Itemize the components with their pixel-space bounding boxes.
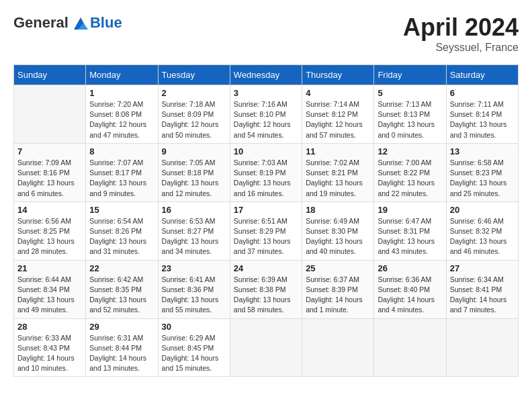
calendar-cell: 30Sunrise: 6:29 AMSunset: 8:45 PMDayligh… [158, 318, 230, 377]
column-header-friday: Friday [374, 65, 446, 85]
day-number: 4 [306, 88, 370, 98]
day-number: 7 [17, 146, 82, 156]
calendar-week-3: 14Sunrise: 6:56 AMSunset: 8:25 PMDayligh… [14, 201, 519, 260]
day-number: 17 [234, 205, 298, 215]
title-block: April 2024 Seyssuel, France [403, 13, 519, 54]
calendar-cell: 20Sunrise: 6:46 AMSunset: 8:32 PMDayligh… [446, 201, 518, 260]
calendar-cell: 17Sunrise: 6:51 AMSunset: 8:29 PMDayligh… [230, 201, 302, 260]
calendar-cell: 23Sunrise: 6:41 AMSunset: 8:36 PMDayligh… [158, 260, 230, 318]
day-number: 25 [306, 263, 370, 273]
day-number: 11 [306, 146, 370, 156]
calendar-cell: 3Sunrise: 7:16 AMSunset: 8:10 PMDaylight… [230, 85, 302, 144]
day-number: 27 [450, 263, 515, 273]
day-info: Sunrise: 6:34 AMSunset: 8:41 PMDaylight:… [450, 275, 515, 316]
day-number: 1 [89, 88, 154, 98]
day-number: 21 [17, 263, 82, 273]
calendar-cell [302, 318, 374, 377]
day-info: Sunrise: 7:14 AMSunset: 8:12 PMDaylight:… [306, 99, 370, 140]
day-number: 2 [162, 88, 226, 98]
column-header-tuesday: Tuesday [158, 65, 230, 85]
day-number: 23 [162, 263, 226, 273]
day-number: 30 [162, 322, 226, 332]
calendar-cell: 25Sunrise: 6:37 AMSunset: 8:39 PMDayligh… [302, 260, 374, 318]
column-header-wednesday: Wednesday [230, 65, 302, 85]
day-info: Sunrise: 7:00 AMSunset: 8:22 PMDaylight:… [378, 158, 442, 199]
calendar-cell: 26Sunrise: 6:36 AMSunset: 8:40 PMDayligh… [374, 260, 446, 318]
day-info: Sunrise: 7:18 AMSunset: 8:09 PMDaylight:… [162, 99, 226, 140]
calendar-cell: 9Sunrise: 7:05 AMSunset: 8:18 PMDaylight… [158, 143, 230, 201]
day-info: Sunrise: 6:47 AMSunset: 8:31 PMDaylight:… [378, 216, 442, 257]
column-header-saturday: Saturday [446, 65, 518, 85]
day-number: 12 [378, 146, 442, 156]
day-info: Sunrise: 6:58 AMSunset: 8:23 PMDaylight:… [450, 158, 515, 199]
calendar-week-5: 28Sunrise: 6:33 AMSunset: 8:43 PMDayligh… [14, 318, 519, 377]
day-info: Sunrise: 6:56 AMSunset: 8:25 PMDaylight:… [17, 216, 82, 257]
day-info: Sunrise: 6:54 AMSunset: 8:26 PMDaylight:… [89, 216, 154, 257]
day-info: Sunrise: 6:31 AMSunset: 8:44 PMDaylight:… [89, 333, 154, 374]
logo-icon [71, 13, 90, 32]
calendar-cell: 29Sunrise: 6:31 AMSunset: 8:44 PMDayligh… [86, 318, 158, 377]
calendar-cell: 7Sunrise: 7:09 AMSunset: 8:16 PMDaylight… [14, 143, 86, 201]
calendar-cell: 11Sunrise: 7:02 AMSunset: 8:21 PMDayligh… [302, 143, 374, 201]
calendar-cell: 8Sunrise: 7:07 AMSunset: 8:17 PMDaylight… [86, 143, 158, 201]
day-info: Sunrise: 7:20 AMSunset: 8:08 PMDaylight:… [89, 99, 154, 140]
calendar-cell: 14Sunrise: 6:56 AMSunset: 8:25 PMDayligh… [14, 201, 86, 260]
day-number: 6 [450, 88, 515, 98]
calendar-cell [446, 318, 518, 377]
day-number: 26 [378, 263, 442, 273]
day-number: 15 [89, 205, 154, 215]
calendar-cell: 16Sunrise: 6:53 AMSunset: 8:27 PMDayligh… [158, 201, 230, 260]
logo: General Blue [13, 13, 122, 32]
day-number: 18 [306, 205, 370, 215]
day-info: Sunrise: 6:36 AMSunset: 8:40 PMDaylight:… [378, 275, 442, 316]
day-number: 14 [17, 205, 82, 215]
calendar-header-row: SundayMondayTuesdayWednesdayThursdayFrid… [14, 65, 519, 85]
calendar-cell: 5Sunrise: 7:13 AMSunset: 8:13 PMDaylight… [374, 85, 446, 144]
day-info: Sunrise: 6:39 AMSunset: 8:38 PMDaylight:… [234, 275, 298, 316]
day-number: 16 [162, 205, 226, 215]
day-info: Sunrise: 6:49 AMSunset: 8:30 PMDaylight:… [306, 216, 370, 257]
day-info: Sunrise: 6:29 AMSunset: 8:45 PMDaylight:… [162, 333, 226, 374]
day-info: Sunrise: 7:11 AMSunset: 8:14 PMDaylight:… [450, 99, 515, 140]
day-info: Sunrise: 7:16 AMSunset: 8:10 PMDaylight:… [234, 99, 298, 140]
day-number: 24 [234, 263, 298, 273]
column-header-thursday: Thursday [302, 65, 374, 85]
day-number: 19 [378, 205, 442, 215]
day-number: 3 [234, 88, 298, 98]
calendar-cell: 10Sunrise: 7:03 AMSunset: 8:19 PMDayligh… [230, 143, 302, 201]
day-info: Sunrise: 6:44 AMSunset: 8:34 PMDaylight:… [17, 275, 82, 316]
day-info: Sunrise: 6:42 AMSunset: 8:35 PMDaylight:… [89, 275, 154, 316]
day-number: 28 [17, 322, 82, 332]
calendar-cell: 4Sunrise: 7:14 AMSunset: 8:12 PMDaylight… [302, 85, 374, 144]
day-info: Sunrise: 6:46 AMSunset: 8:32 PMDaylight:… [450, 216, 515, 257]
logo-text-blue: Blue [90, 14, 122, 32]
calendar-cell: 27Sunrise: 6:34 AMSunset: 8:41 PMDayligh… [446, 260, 518, 318]
day-info: Sunrise: 7:03 AMSunset: 8:19 PMDaylight:… [234, 158, 298, 199]
calendar-cell: 13Sunrise: 6:58 AMSunset: 8:23 PMDayligh… [446, 143, 518, 201]
calendar-cell: 15Sunrise: 6:54 AMSunset: 8:26 PMDayligh… [86, 201, 158, 260]
day-number: 22 [89, 263, 154, 273]
day-info: Sunrise: 6:37 AMSunset: 8:39 PMDaylight:… [306, 275, 370, 316]
day-info: Sunrise: 6:51 AMSunset: 8:29 PMDaylight:… [234, 216, 298, 257]
day-number: 9 [162, 146, 226, 156]
day-number: 20 [450, 205, 515, 215]
day-number: 8 [89, 146, 154, 156]
calendar-week-2: 7Sunrise: 7:09 AMSunset: 8:16 PMDaylight… [14, 143, 519, 201]
calendar-cell [230, 318, 302, 377]
calendar-cell: 19Sunrise: 6:47 AMSunset: 8:31 PMDayligh… [374, 201, 446, 260]
column-header-monday: Monday [86, 65, 158, 85]
calendar-cell: 2Sunrise: 7:18 AMSunset: 8:09 PMDaylight… [158, 85, 230, 144]
logo-text-general: General [13, 14, 69, 32]
column-header-sunday: Sunday [14, 65, 86, 85]
day-number: 10 [234, 146, 298, 156]
calendar-cell: 22Sunrise: 6:42 AMSunset: 8:35 PMDayligh… [86, 260, 158, 318]
calendar-week-1: 1Sunrise: 7:20 AMSunset: 8:08 PMDaylight… [14, 85, 519, 144]
calendar-cell: 24Sunrise: 6:39 AMSunset: 8:38 PMDayligh… [230, 260, 302, 318]
calendar-cell: 18Sunrise: 6:49 AMSunset: 8:30 PMDayligh… [302, 201, 374, 260]
calendar-cell: 21Sunrise: 6:44 AMSunset: 8:34 PMDayligh… [14, 260, 86, 318]
day-info: Sunrise: 7:13 AMSunset: 8:13 PMDaylight:… [378, 99, 442, 140]
calendar-cell: 28Sunrise: 6:33 AMSunset: 8:43 PMDayligh… [14, 318, 86, 377]
page-header: General Blue April 2024 Seyssuel, France [13, 13, 519, 54]
day-info: Sunrise: 7:05 AMSunset: 8:18 PMDaylight:… [162, 158, 226, 199]
calendar-table: SundayMondayTuesdayWednesdayThursdayFrid… [13, 64, 519, 377]
